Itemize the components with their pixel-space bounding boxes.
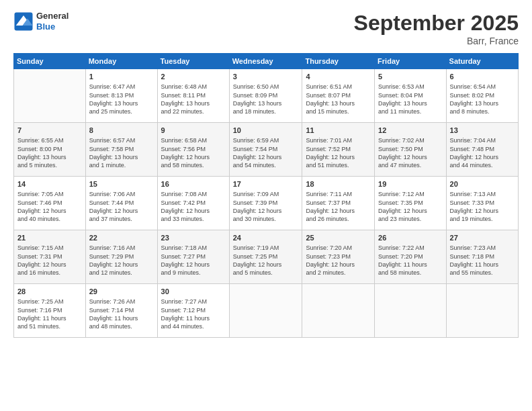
calendar-cell: 2Sunrise: 6:48 AM Sunset: 8:11 PM Daylig… bbox=[157, 69, 229, 123]
logo: General Blue bbox=[13, 11, 69, 32]
calendar-cell bbox=[229, 284, 302, 338]
cell-info: Sunrise: 7:08 AM Sunset: 7:42 PM Dayligh… bbox=[161, 190, 226, 223]
calendar-cell: 20Sunrise: 7:13 AM Sunset: 7:33 PM Dayli… bbox=[446, 177, 518, 230]
day-number: 26 bbox=[378, 233, 442, 243]
logo-general: General bbox=[36, 11, 69, 21]
calendar-cell: 28Sunrise: 7:25 AM Sunset: 7:16 PM Dayli… bbox=[14, 284, 86, 338]
calendar-cell: 25Sunrise: 7:20 AM Sunset: 7:23 PM Dayli… bbox=[302, 230, 375, 284]
cell-info: Sunrise: 6:57 AM Sunset: 7:58 PM Dayligh… bbox=[89, 136, 154, 169]
week-row: 14Sunrise: 7:05 AM Sunset: 7:46 PM Dayli… bbox=[14, 177, 519, 230]
week-row: 21Sunrise: 7:15 AM Sunset: 7:31 PM Dayli… bbox=[14, 230, 519, 284]
day-number: 1 bbox=[89, 72, 154, 82]
logo-icon bbox=[13, 11, 34, 32]
day-number: 2 bbox=[161, 72, 226, 82]
day-header-friday: Friday bbox=[375, 54, 446, 69]
cell-info: Sunrise: 7:02 AM Sunset: 7:50 PM Dayligh… bbox=[378, 136, 442, 169]
day-header-monday: Monday bbox=[85, 54, 157, 69]
cell-info: Sunrise: 7:06 AM Sunset: 7:44 PM Dayligh… bbox=[89, 190, 154, 223]
cell-info: Sunrise: 7:16 AM Sunset: 7:29 PM Dayligh… bbox=[89, 244, 154, 277]
cell-info: Sunrise: 6:48 AM Sunset: 8:11 PM Dayligh… bbox=[161, 83, 226, 116]
cell-info: Sunrise: 7:09 AM Sunset: 7:39 PM Dayligh… bbox=[233, 190, 299, 223]
day-number: 23 bbox=[161, 233, 226, 243]
cell-info: Sunrise: 7:04 AM Sunset: 7:48 PM Dayligh… bbox=[450, 136, 515, 169]
day-header-saturday: Saturday bbox=[446, 54, 518, 69]
calendar-cell: 26Sunrise: 7:22 AM Sunset: 7:20 PM Dayli… bbox=[375, 230, 446, 284]
cell-info: Sunrise: 6:50 AM Sunset: 8:09 PM Dayligh… bbox=[233, 83, 299, 116]
calendar: SundayMondayTuesdayWednesdayThursdayFrid… bbox=[13, 53, 519, 338]
cell-info: Sunrise: 7:15 AM Sunset: 7:31 PM Dayligh… bbox=[17, 244, 82, 277]
day-number: 7 bbox=[17, 126, 82, 136]
calendar-cell bbox=[375, 284, 446, 338]
cell-info: Sunrise: 7:13 AM Sunset: 7:33 PM Dayligh… bbox=[450, 190, 515, 223]
week-row: 1Sunrise: 6:47 AM Sunset: 8:13 PM Daylig… bbox=[14, 69, 519, 123]
cell-info: Sunrise: 6:47 AM Sunset: 8:13 PM Dayligh… bbox=[89, 83, 154, 116]
day-number: 21 bbox=[17, 233, 82, 243]
day-number: 17 bbox=[233, 179, 299, 189]
cell-info: Sunrise: 7:26 AM Sunset: 7:14 PM Dayligh… bbox=[89, 298, 154, 330]
cell-info: Sunrise: 7:18 AM Sunset: 7:27 PM Dayligh… bbox=[161, 244, 226, 277]
day-number: 18 bbox=[306, 179, 371, 189]
calendar-cell: 18Sunrise: 7:11 AM Sunset: 7:37 PM Dayli… bbox=[302, 177, 375, 230]
day-number: 28 bbox=[17, 287, 82, 297]
day-number: 29 bbox=[89, 287, 154, 297]
cell-info: Sunrise: 6:53 AM Sunset: 8:04 PM Dayligh… bbox=[378, 83, 442, 116]
day-number: 6 bbox=[450, 72, 515, 82]
calendar-cell: 29Sunrise: 7:26 AM Sunset: 7:14 PM Dayli… bbox=[85, 284, 157, 338]
calendar-body: 1Sunrise: 6:47 AM Sunset: 8:13 PM Daylig… bbox=[14, 69, 519, 338]
cell-info: Sunrise: 7:27 AM Sunset: 7:12 PM Dayligh… bbox=[161, 298, 226, 330]
day-number: 12 bbox=[378, 126, 442, 136]
week-row: 28Sunrise: 7:25 AM Sunset: 7:16 PM Dayli… bbox=[14, 284, 519, 338]
location: Barr, France bbox=[354, 36, 519, 46]
header-row: SundayMondayTuesdayWednesdayThursdayFrid… bbox=[14, 54, 519, 69]
day-header-sunday: Sunday bbox=[14, 54, 86, 69]
day-number: 15 bbox=[89, 179, 154, 189]
week-row: 7Sunrise: 6:55 AM Sunset: 8:00 PM Daylig… bbox=[14, 123, 519, 177]
cell-info: Sunrise: 6:59 AM Sunset: 7:54 PM Dayligh… bbox=[233, 136, 299, 169]
calendar-cell: 19Sunrise: 7:12 AM Sunset: 7:35 PM Dayli… bbox=[375, 177, 446, 230]
day-number: 10 bbox=[233, 126, 299, 136]
day-number: 4 bbox=[306, 72, 371, 82]
calendar-cell: 13Sunrise: 7:04 AM Sunset: 7:48 PM Dayli… bbox=[446, 123, 518, 177]
cell-info: Sunrise: 6:54 AM Sunset: 8:02 PM Dayligh… bbox=[450, 83, 515, 116]
calendar-cell: 8Sunrise: 6:57 AM Sunset: 7:58 PM Daylig… bbox=[85, 123, 157, 177]
page: General Blue September 2025 Barr, France… bbox=[0, 0, 532, 411]
day-number: 20 bbox=[450, 179, 515, 189]
day-number: 19 bbox=[378, 179, 442, 189]
cell-info: Sunrise: 7:22 AM Sunset: 7:20 PM Dayligh… bbox=[378, 244, 442, 277]
calendar-cell: 30Sunrise: 7:27 AM Sunset: 7:12 PM Dayli… bbox=[157, 284, 229, 338]
cell-info: Sunrise: 6:58 AM Sunset: 7:56 PM Dayligh… bbox=[161, 136, 226, 169]
day-number: 11 bbox=[306, 126, 371, 136]
day-header-thursday: Thursday bbox=[302, 54, 375, 69]
calendar-cell: 6Sunrise: 6:54 AM Sunset: 8:02 PM Daylig… bbox=[446, 69, 518, 123]
day-number: 3 bbox=[233, 72, 299, 82]
calendar-cell: 12Sunrise: 7:02 AM Sunset: 7:50 PM Dayli… bbox=[375, 123, 446, 177]
cell-info: Sunrise: 7:19 AM Sunset: 7:25 PM Dayligh… bbox=[233, 244, 299, 277]
calendar-cell: 16Sunrise: 7:08 AM Sunset: 7:42 PM Dayli… bbox=[157, 177, 229, 230]
calendar-cell: 3Sunrise: 6:50 AM Sunset: 8:09 PM Daylig… bbox=[229, 69, 302, 123]
calendar-cell: 15Sunrise: 7:06 AM Sunset: 7:44 PM Dayli… bbox=[85, 177, 157, 230]
calendar-cell: 9Sunrise: 6:58 AM Sunset: 7:56 PM Daylig… bbox=[157, 123, 229, 177]
calendar-cell bbox=[446, 284, 518, 338]
calendar-cell: 22Sunrise: 7:16 AM Sunset: 7:29 PM Dayli… bbox=[85, 230, 157, 284]
day-header-wednesday: Wednesday bbox=[229, 54, 302, 69]
cell-info: Sunrise: 7:11 AM Sunset: 7:37 PM Dayligh… bbox=[306, 190, 371, 223]
cell-info: Sunrise: 6:51 AM Sunset: 8:07 PM Dayligh… bbox=[306, 83, 371, 116]
logo-blue: Blue bbox=[36, 21, 69, 32]
calendar-header: SundayMondayTuesdayWednesdayThursdayFrid… bbox=[14, 54, 519, 69]
cell-info: Sunrise: 7:20 AM Sunset: 7:23 PM Dayligh… bbox=[306, 244, 371, 277]
calendar-cell bbox=[14, 69, 86, 123]
calendar-cell: 27Sunrise: 7:23 AM Sunset: 7:18 PM Dayli… bbox=[446, 230, 518, 284]
calendar-cell bbox=[302, 284, 375, 338]
calendar-cell: 1Sunrise: 6:47 AM Sunset: 8:13 PM Daylig… bbox=[85, 69, 157, 123]
day-number: 16 bbox=[161, 179, 226, 189]
day-number: 8 bbox=[89, 126, 154, 136]
day-number: 22 bbox=[89, 233, 154, 243]
logo-text: General Blue bbox=[36, 11, 69, 32]
day-number: 25 bbox=[306, 233, 371, 243]
header: General Blue September 2025 Barr, France bbox=[13, 11, 519, 46]
cell-info: Sunrise: 7:25 AM Sunset: 7:16 PM Dayligh… bbox=[17, 298, 82, 330]
cell-info: Sunrise: 6:55 AM Sunset: 8:00 PM Dayligh… bbox=[17, 136, 82, 169]
day-number: 14 bbox=[17, 179, 82, 189]
month-title: September 2025 bbox=[354, 11, 519, 36]
cell-info: Sunrise: 7:01 AM Sunset: 7:52 PM Dayligh… bbox=[306, 136, 371, 169]
